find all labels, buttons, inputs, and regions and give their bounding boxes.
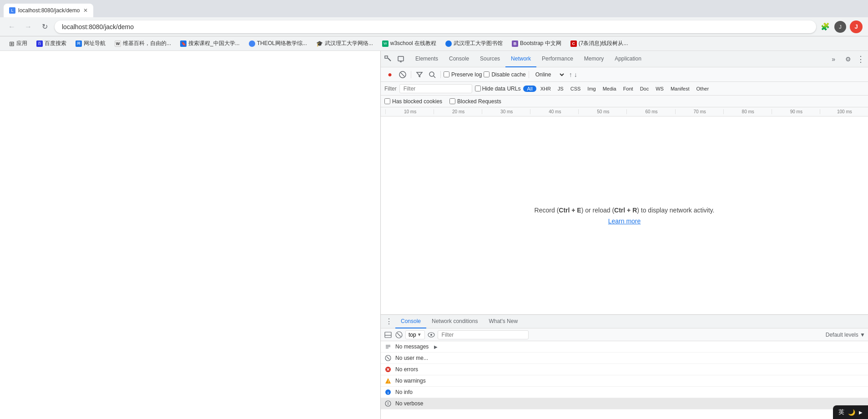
bookmark-csdn[interactable]: C (7条消息)线段树从... bbox=[567, 38, 632, 49]
hide-data-urls-checkbox[interactable]: Hide data URLs bbox=[475, 86, 521, 92]
expand-icon[interactable]: ▶ bbox=[859, 410, 863, 415]
no-verbose-text: No verbose bbox=[395, 400, 423, 407]
user-icon bbox=[384, 354, 392, 362]
filter-tag-all[interactable]: All bbox=[523, 86, 536, 92]
no-warnings-text: No warnings bbox=[395, 378, 426, 384]
filter-button[interactable] bbox=[414, 69, 425, 80]
blocked-requests-checkbox[interactable]: Blocked Requests bbox=[449, 98, 501, 105]
bookmark-w3school[interactable]: W w3school 在线教程 bbox=[378, 38, 440, 49]
bookmark-nav[interactable]: 网 网址导航 bbox=[72, 38, 109, 49]
has-blocked-cookies-checkbox[interactable]: Has blocked cookies bbox=[384, 98, 442, 105]
console-eye-icon[interactable] bbox=[427, 330, 436, 339]
bookmark-baidu[interactable]: 百 百度搜索 bbox=[33, 38, 70, 49]
bookmark-theol[interactable]: THEOL网络教学综... bbox=[245, 38, 311, 49]
disable-cache-input[interactable] bbox=[484, 71, 490, 77]
tick-100ms: 100 ms bbox=[820, 109, 868, 114]
record-button[interactable]: ● bbox=[384, 69, 395, 80]
learn-more-link[interactable]: Learn more bbox=[608, 217, 641, 225]
devtools-tab-performance[interactable]: Performance bbox=[536, 51, 579, 67]
bottom-more-button[interactable]: ⋮ bbox=[383, 317, 395, 326]
console-msg-error[interactable]: No errors bbox=[381, 364, 868, 375]
preserve-log-checkbox[interactable]: Preserve log bbox=[444, 71, 482, 78]
bookmark-mooc[interactable]: 🔖 搜索课程_中国大学... bbox=[177, 38, 243, 49]
bookmark-library[interactable]: 武汉理工大学图书馆 bbox=[442, 38, 506, 49]
context-selector[interactable]: top ▼ bbox=[405, 330, 425, 339]
filter-tag-doc[interactable]: Doc bbox=[637, 86, 652, 92]
disable-cache-checkbox[interactable]: Disable cache bbox=[484, 71, 525, 78]
default-levels-button[interactable]: Default levels ▼ bbox=[826, 332, 865, 338]
active-tab[interactable]: L localhost:8080/jack/demo ✕ bbox=[4, 4, 93, 17]
filter-bar2: Has blocked cookies Blocked Requests bbox=[381, 96, 868, 107]
back-button[interactable]: ← bbox=[5, 20, 18, 33]
bookmark-wiki[interactable]: W 维基百科，自由的... bbox=[111, 38, 175, 49]
profile-avatar[interactable]: J bbox=[850, 20, 863, 33]
console-msg-verbose[interactable]: No verbose bbox=[381, 398, 868, 409]
devtools-tab-network[interactable]: Network bbox=[505, 51, 536, 67]
user-extension-icon[interactable]: J bbox=[834, 21, 846, 33]
bookmark-bootstrap[interactable]: B Bootstrap 中文网 bbox=[508, 38, 565, 49]
svg-point-13 bbox=[430, 334, 432, 336]
devtools-settings-button[interactable]: ⚙ bbox=[843, 54, 853, 65]
tab-close-button[interactable]: ✕ bbox=[83, 7, 88, 14]
tick-30ms: 30 ms bbox=[482, 109, 530, 114]
console-filter-input[interactable] bbox=[438, 330, 529, 339]
bookmark-apps[interactable]: ⊞ 应用 bbox=[5, 38, 31, 49]
search-button[interactable] bbox=[427, 69, 438, 80]
bottom-tab-network-conditions[interactable]: Network conditions bbox=[426, 315, 483, 328]
filter-tag-css[interactable]: CSS bbox=[568, 86, 584, 92]
filter-tag-ws[interactable]: WS bbox=[653, 86, 666, 92]
input-lang-indicator[interactable]: 英 bbox=[838, 408, 844, 416]
export-button[interactable]: ↓ bbox=[574, 71, 577, 78]
filter-tag-xhr[interactable]: XHR bbox=[538, 86, 554, 92]
devtools-more-tabs-button[interactable]: » bbox=[828, 56, 839, 63]
reload-button[interactable]: ↻ bbox=[38, 20, 51, 33]
bookmark-baidu-label: 百度搜索 bbox=[45, 40, 66, 47]
clear-button[interactable] bbox=[397, 69, 408, 80]
devtools-inspect-icon[interactable] bbox=[383, 54, 394, 65]
mooc-favicon: 🔖 bbox=[180, 40, 187, 47]
console-msg-warning[interactable]: ! No warnings bbox=[381, 375, 868, 387]
preserve-log-input[interactable] bbox=[444, 71, 449, 77]
throttle-select[interactable]: Online Fast 3G Slow 3G Offline bbox=[532, 70, 565, 79]
filter-tag-js[interactable]: JS bbox=[555, 86, 566, 92]
devtools-tab-sources[interactable]: Sources bbox=[474, 51, 505, 67]
tab-bar: L localhost:8080/jack/demo ✕ bbox=[0, 0, 868, 17]
devtools-tab-console[interactable]: Console bbox=[444, 51, 474, 67]
tick-60ms: 60 ms bbox=[626, 109, 675, 114]
messages-icon bbox=[384, 343, 392, 350]
messages-expand-icon[interactable]: ▶ bbox=[434, 344, 438, 349]
devtools-tab-memory-label: Memory bbox=[584, 56, 604, 62]
console-dock-icon[interactable] bbox=[384, 330, 393, 339]
console-msg-user[interactable]: No user me... bbox=[381, 353, 868, 364]
extensions-icon[interactable]: 🧩 bbox=[820, 21, 831, 32]
console-clear-icon[interactable] bbox=[394, 330, 404, 339]
filter-tag-other[interactable]: Other bbox=[694, 86, 712, 92]
devtools-tab-memory[interactable]: Memory bbox=[579, 51, 609, 67]
filter-tag-manifest[interactable]: Manifest bbox=[668, 86, 692, 92]
bookmark-whut[interactable]: 🎓 武汉理工大学网络... bbox=[313, 38, 377, 49]
filter-tag-img[interactable]: Img bbox=[585, 86, 598, 92]
bottom-tab-console[interactable]: Console bbox=[395, 315, 426, 328]
night-mode-icon[interactable]: 🌙 bbox=[848, 409, 855, 416]
devtools-device-icon[interactable] bbox=[395, 54, 406, 65]
forward-button[interactable]: → bbox=[22, 20, 35, 33]
import-button[interactable]: ↑ bbox=[569, 71, 572, 78]
filter-tag-font[interactable]: Font bbox=[621, 86, 636, 92]
devtools-more-button[interactable]: ⋮ bbox=[855, 54, 866, 65]
bookmark-whut-label: 武汉理工大学网络... bbox=[325, 40, 373, 47]
console-msg-info[interactable]: i No info bbox=[381, 387, 868, 398]
timeline-ruler: 10 ms 20 ms 30 ms 40 ms 50 ms 60 ms 70 m… bbox=[381, 107, 868, 116]
blocked-requests-label: Blocked Requests bbox=[457, 98, 501, 105]
bottom-tab-whats-new[interactable]: What's New bbox=[483, 315, 523, 328]
hide-data-urls-input[interactable] bbox=[475, 86, 481, 91]
devtools-tab-elements[interactable]: Elements bbox=[410, 51, 444, 67]
filter-input[interactable] bbox=[399, 84, 472, 93]
blocked-requests-input[interactable] bbox=[449, 98, 455, 104]
has-blocked-cookies-input[interactable] bbox=[384, 98, 390, 104]
address-input[interactable] bbox=[55, 20, 816, 33]
filter-tag-media[interactable]: Media bbox=[600, 86, 619, 92]
devtools-tab-application[interactable]: Application bbox=[609, 51, 647, 67]
bottom-tab-bar: ⋮ Console Network conditions What's New bbox=[381, 315, 868, 328]
devtools-tab-performance-label: Performance bbox=[542, 56, 573, 62]
console-msg-messages[interactable]: No messages ▶ bbox=[381, 341, 868, 353]
